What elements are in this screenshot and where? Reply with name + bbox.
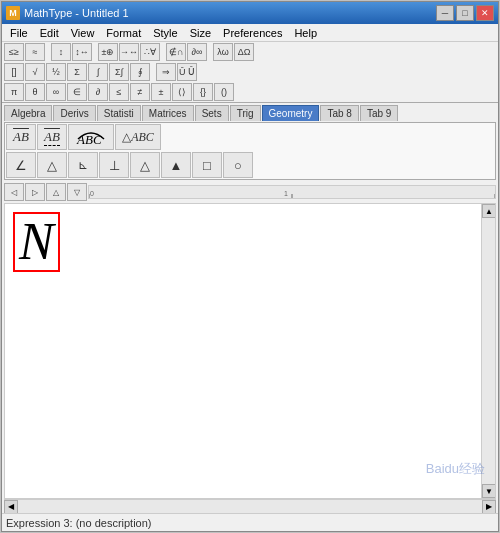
- svg-text:ABC: ABC: [76, 132, 102, 145]
- status-text: Expression 3: (no description): [6, 517, 152, 529]
- sym-triangle-outline[interactable]: △: [37, 152, 67, 178]
- menu-bar: File Edit View Format Style Size Prefere…: [2, 24, 498, 42]
- tb-braces[interactable]: {}: [193, 83, 213, 101]
- menu-edit[interactable]: Edit: [34, 25, 65, 41]
- menu-preferences[interactable]: Preferences: [217, 25, 288, 41]
- tab-geometry[interactable]: Geometry: [262, 105, 320, 121]
- close-button[interactable]: ✕: [476, 5, 494, 21]
- symbol-section: AB AB ABC △ABC: [4, 122, 496, 180]
- scroll-track[interactable]: [482, 218, 495, 484]
- sym-triangle-abc[interactable]: △ABC: [115, 124, 161, 150]
- tb-sets[interactable]: ∉∩: [166, 43, 186, 61]
- tab-derivs[interactable]: Derivs: [53, 105, 95, 121]
- sym-perp[interactable]: ⊥: [99, 152, 129, 178]
- svg-text:1: 1: [284, 190, 288, 197]
- sym-ab-overline[interactable]: AB: [6, 124, 36, 150]
- tb-greek1[interactable]: λω: [213, 43, 233, 61]
- tb-inf[interactable]: ∞: [46, 83, 66, 101]
- tb-paren[interactable]: (): [214, 83, 234, 101]
- tab-statisti[interactable]: Statisti: [97, 105, 141, 121]
- nav-right[interactable]: ▷: [25, 183, 45, 201]
- scroll-down-arrow[interactable]: ▼: [482, 484, 496, 498]
- tb-calc[interactable]: ∂∞: [187, 43, 207, 61]
- sym-tri-filled[interactable]: ▲: [161, 152, 191, 178]
- tb-logic[interactable]: ∴∀: [140, 43, 160, 61]
- title-bar-left: M MathType - Untitled 1: [6, 6, 129, 20]
- tb-frac[interactable]: ½: [46, 63, 66, 81]
- tb-arrow-eq[interactable]: ⇒: [156, 63, 176, 81]
- tb-brackets[interactable]: []: [4, 63, 24, 81]
- ruler: 0 1: [88, 185, 496, 199]
- tab-matrices[interactable]: Matrices: [142, 105, 194, 121]
- tb-arrows3[interactable]: →↔: [119, 43, 139, 61]
- tb-bar[interactable]: Ū Ǔ: [177, 63, 197, 81]
- nav-left[interactable]: ◁: [4, 183, 24, 201]
- tb-arrows1[interactable]: ↕: [51, 43, 71, 61]
- editor-symbol-n: N: [13, 212, 60, 272]
- tab-trig[interactable]: Trig: [230, 105, 261, 121]
- sym-check-angle[interactable]: ⊾: [68, 152, 98, 178]
- main-window: M MathType - Untitled 1 ─ □ ✕ File Edit …: [1, 1, 499, 532]
- toolbar-area: ≤≥ ≈ ↕ ↕↔ ±⊕ →↔ ∴∀ ∉∩ ∂∞ λω ΔΩ [] √ ½ Σ …: [2, 42, 498, 103]
- tb-in[interactable]: ∈: [67, 83, 87, 101]
- editor-content: N: [5, 204, 495, 280]
- hscroll-track[interactable]: [18, 500, 482, 514]
- tb-plusminus[interactable]: ±⊕: [98, 43, 118, 61]
- tab-8[interactable]: Tab 8: [320, 105, 358, 121]
- window-title: MathType - Untitled 1: [24, 7, 129, 19]
- tb-sum2[interactable]: ∫: [88, 63, 108, 81]
- scroll-up-arrow[interactable]: ▲: [482, 204, 496, 218]
- tb-pm[interactable]: ±: [151, 83, 171, 101]
- menu-size[interactable]: Size: [184, 25, 217, 41]
- tb-sqrt[interactable]: √: [25, 63, 45, 81]
- sym-arc-abc[interactable]: ABC: [68, 124, 114, 150]
- nav-up[interactable]: △: [46, 183, 66, 201]
- watermark: Baidu经验: [426, 460, 485, 478]
- tb-leq2[interactable]: ≤: [109, 83, 129, 101]
- title-buttons: ─ □ ✕: [436, 5, 494, 21]
- sym-circle[interactable]: ○: [223, 152, 253, 178]
- toolbar-row-2: [] √ ½ Σ ∫ Σ∫ ∮ ⇒ Ū Ǔ: [2, 62, 498, 82]
- sym-angle[interactable]: ∠: [6, 152, 36, 178]
- sym-square[interactable]: □: [192, 152, 222, 178]
- sym-ab-overline-dashed[interactable]: AB: [37, 124, 67, 150]
- menu-file[interactable]: File: [4, 25, 34, 41]
- tb-greek2[interactable]: ΔΩ: [234, 43, 254, 61]
- tb-sum1[interactable]: Σ: [67, 63, 87, 81]
- tb-partial[interactable]: ∂: [88, 83, 108, 101]
- minimize-button[interactable]: ─: [436, 5, 454, 21]
- tb-arrows2[interactable]: ↕↔: [72, 43, 92, 61]
- symbol-row-1: AB AB ABC △ABC: [5, 123, 495, 151]
- svg-text:0: 0: [90, 190, 94, 197]
- menu-help[interactable]: Help: [288, 25, 323, 41]
- tb-sum3[interactable]: Σ∫: [109, 63, 129, 81]
- tabs-row: Algebra Derivs Statisti Matrices Sets Tr…: [2, 103, 498, 121]
- title-bar: M MathType - Untitled 1 ─ □ ✕: [2, 2, 498, 24]
- editor-area[interactable]: N ▲ ▼ Baidu经验: [4, 203, 496, 499]
- tb-pi[interactable]: π: [4, 83, 24, 101]
- nav-ruler-row: ◁ ▷ △ ▽ 0 1: [2, 181, 498, 203]
- sym-tri2[interactable]: △: [130, 152, 160, 178]
- tb-leq[interactable]: ≤≥: [4, 43, 24, 61]
- status-bar: Expression 3: (no description): [2, 513, 498, 531]
- tb-angle-brackets[interactable]: ⟨⟩: [172, 83, 192, 101]
- tab-9[interactable]: Tab 9: [360, 105, 398, 121]
- tab-sets[interactable]: Sets: [195, 105, 229, 121]
- tb-oint[interactable]: ∮: [130, 63, 150, 81]
- tb-theta[interactable]: θ: [25, 83, 45, 101]
- toolbar-row-3: π θ ∞ ∈ ∂ ≤ ≠ ± ⟨⟩ {} (): [2, 82, 498, 102]
- maximize-button[interactable]: □: [456, 5, 474, 21]
- tb-neq[interactable]: ≠: [130, 83, 150, 101]
- bottom-scrollbar[interactable]: ◀ ▶: [4, 499, 496, 513]
- tb-approx[interactable]: ≈: [25, 43, 45, 61]
- app-icon: M: [6, 6, 20, 20]
- toolbar-row-1: ≤≥ ≈ ↕ ↕↔ ±⊕ →↔ ∴∀ ∉∩ ∂∞ λω ΔΩ: [2, 42, 498, 62]
- tab-algebra[interactable]: Algebra: [4, 105, 52, 121]
- menu-style[interactable]: Style: [147, 25, 183, 41]
- editor-scrollbar[interactable]: ▲ ▼: [481, 204, 495, 498]
- nav-down[interactable]: ▽: [67, 183, 87, 201]
- menu-format[interactable]: Format: [100, 25, 147, 41]
- hscroll-left-arrow[interactable]: ◀: [4, 500, 18, 514]
- menu-view[interactable]: View: [65, 25, 101, 41]
- hscroll-right-arrow[interactable]: ▶: [482, 500, 496, 514]
